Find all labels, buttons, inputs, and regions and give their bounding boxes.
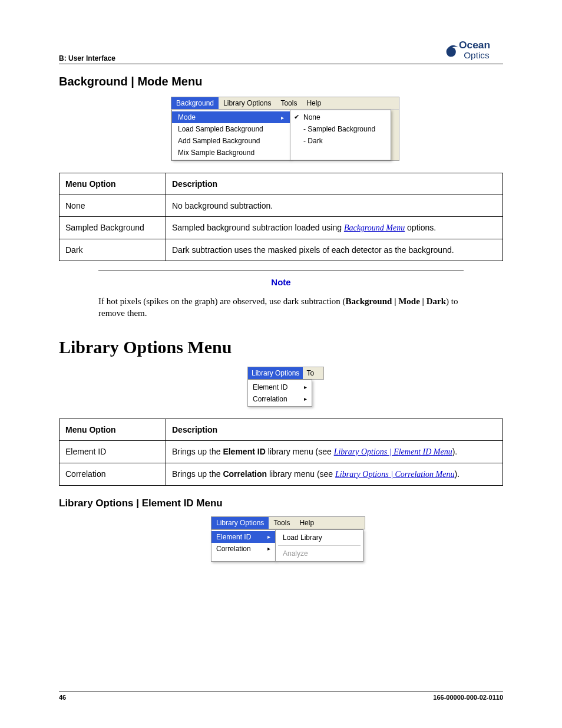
submenu-item-load-library[interactable]: Load Library: [276, 531, 363, 544]
note-title: Note: [98, 277, 464, 287]
chevron-right-icon: ▸: [304, 396, 307, 402]
section-title-bg-mode: Background | Mode Menu: [59, 75, 503, 88]
table-row: Dark Dark subtraction uses the masked pi…: [59, 239, 503, 261]
figure-background-mode-menu: Background Library Options Tools Help Mo…: [171, 97, 399, 161]
submenu-item-none[interactable]: ✔ None: [290, 111, 391, 123]
figure-element-id-menu: Library Options Tools Help Element ID ▸ …: [211, 516, 365, 562]
menubar-item-help[interactable]: Help: [302, 97, 326, 109]
link-correlation-menu[interactable]: Library Options | Correlation Menu: [335, 470, 454, 479]
menubar-item-to[interactable]: To: [303, 367, 318, 379]
svg-text:Ocean: Ocean: [459, 39, 490, 51]
menu-item-element-id[interactable]: Element ID ▸: [248, 381, 312, 393]
link-element-id-menu[interactable]: Library Options | Element ID Menu: [334, 447, 452, 456]
menu-item-load-sampled-bg[interactable]: Load Sampled Background: [172, 123, 290, 135]
submenu-item-sampled-bg[interactable]: - Sampled Background: [290, 123, 391, 135]
table-row: Correlation Brings up the Correlation li…: [59, 463, 503, 485]
table-row: None No background subtraction.: [59, 195, 503, 217]
page-number: 46: [59, 694, 66, 701]
submenu-item-dark[interactable]: - Dark: [290, 135, 391, 147]
submenu-item-analyze: Analyze: [276, 547, 363, 560]
menubar-item-help[interactable]: Help: [295, 517, 319, 529]
menu-separator: [278, 545, 361, 546]
note-block: Note If hot pixels (spikes on the graph)…: [98, 271, 464, 319]
chevron-right-icon: ▸: [281, 114, 284, 121]
th-menu-option: Menu Option: [59, 419, 166, 440]
menu-item-element-id[interactable]: Element ID ▸: [211, 531, 275, 543]
menubar-item-library-options[interactable]: Library Options: [211, 517, 269, 529]
menu-item-correlation[interactable]: Correlation ▸: [211, 543, 275, 555]
menubar-item-tools[interactable]: Tools: [276, 97, 302, 109]
chevron-right-icon: ▸: [267, 545, 270, 552]
note-body: If hot pixels (spikes on the graph) are …: [98, 295, 464, 319]
th-menu-option: Menu Option: [59, 173, 166, 195]
table-row: Sampled Background Sampled background su…: [59, 217, 503, 239]
menubar-item-library-options[interactable]: Library Options: [248, 367, 303, 379]
document-number: 166-00000-000-02-0110: [433, 694, 503, 701]
th-description: Description: [166, 173, 503, 195]
table-bg-mode-options: Menu Option Description None No backgrou…: [59, 173, 503, 261]
breadcrumb: B: User Interface: [59, 54, 115, 62]
table-row: Element ID Brings up the Element ID libr…: [59, 440, 503, 463]
figure-library-options-menu: Library Options To Element ID ▸ Correlat…: [247, 367, 324, 407]
ocean-optics-logo: Ocean Optics: [441, 35, 503, 62]
section-title-library-options: Library Options Menu: [59, 337, 503, 357]
page-header: B: User Interface Ocean Optics: [59, 35, 503, 64]
chevron-right-icon: ▸: [267, 533, 270, 540]
svg-text:Optics: Optics: [464, 50, 490, 60]
section-title-element-id-menu: Library Options | Element ID Menu: [59, 498, 503, 509]
menubar-item-background[interactable]: Background: [171, 97, 219, 109]
check-icon: ✔: [294, 113, 299, 121]
chevron-right-icon: ▸: [304, 384, 307, 390]
menu-item-add-sampled-bg[interactable]: Add Sampled Background: [172, 135, 290, 147]
menu-item-correlation[interactable]: Correlation ▸: [248, 393, 312, 405]
page-footer: 46 166-00000-000-02-0110: [59, 691, 503, 701]
table-library-options: Menu Option Description Element ID Bring…: [59, 419, 503, 486]
menu-item-mix-sample-bg[interactable]: Mix Sample Background: [172, 147, 290, 159]
menubar-item-tools[interactable]: Tools: [269, 517, 295, 529]
th-description: Description: [166, 419, 503, 440]
link-background-menu[interactable]: Background Menu: [344, 223, 405, 232]
menu-item-mode[interactable]: Mode ▸: [172, 111, 290, 123]
menubar-item-library-options[interactable]: Library Options: [219, 97, 276, 109]
